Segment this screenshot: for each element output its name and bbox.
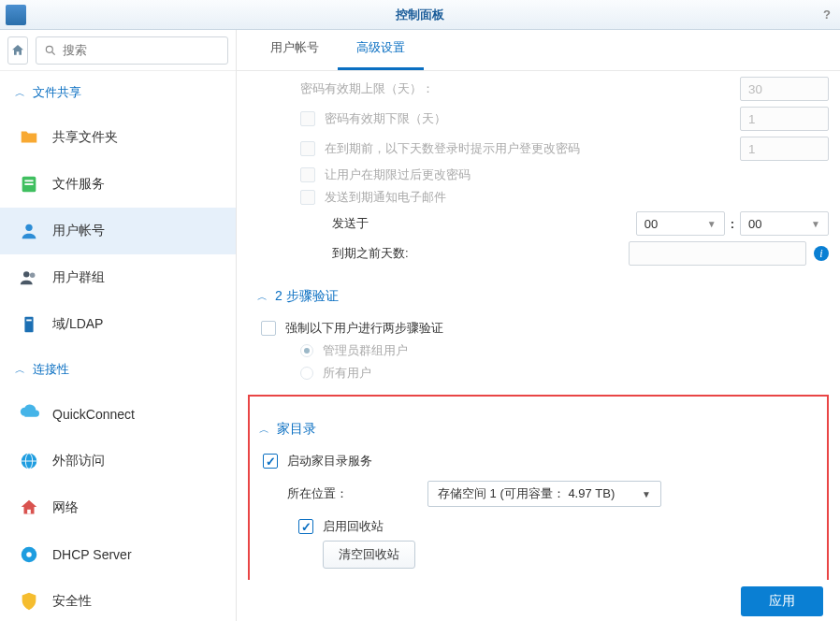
footer: 应用 xyxy=(237,580,840,621)
sidebar-group-file-sharing[interactable]: ︿ 文件共享 xyxy=(0,71,236,114)
tabs: 用户帐号 高级设置 xyxy=(237,30,840,71)
sidebar-item-security[interactable]: 安全性 xyxy=(0,578,236,621)
title-bar: 控制面板 ? xyxy=(0,0,840,30)
section-home-dir[interactable]: ︿ 家目录 xyxy=(250,404,827,447)
info-icon[interactable]: i xyxy=(814,246,829,261)
network-icon xyxy=(19,498,39,518)
sidebar: ︿ 文件共享 共享文件夹 文件服务 用户帐号 用户群组 域/LDAP xyxy=(0,30,237,621)
user-icon xyxy=(19,221,39,241)
search-input[interactable] xyxy=(63,43,220,57)
sidebar-group-connectivity[interactable]: ︿ 连接性 xyxy=(0,348,236,391)
svg-rect-8 xyxy=(24,317,33,333)
allow-change-after-label: 让用户在期限过后更改密码 xyxy=(325,166,471,183)
home-location-label: 所在位置： xyxy=(287,485,427,502)
send-at-label: 发送于 xyxy=(332,215,369,232)
app-icon xyxy=(6,5,26,25)
sidebar-item-quickconnect[interactable]: QuickConnect xyxy=(0,391,236,438)
sidebar-item-file-services[interactable]: 文件服务 xyxy=(0,161,236,208)
chevron-down-icon: ▼ xyxy=(707,219,717,229)
sidebar-item-external-access[interactable]: 外部访问 xyxy=(0,438,236,484)
days-before-input[interactable] xyxy=(629,241,806,266)
days-before-label: 到期之前天数: xyxy=(332,245,409,262)
quickconnect-icon xyxy=(19,404,39,425)
allow-change-after-checkbox[interactable] xyxy=(300,167,315,182)
password-prompt-input[interactable] xyxy=(740,137,829,161)
apply-button[interactable]: 应用 xyxy=(741,586,823,616)
enforce-2fa-checkbox[interactable] xyxy=(261,321,276,336)
svg-point-5 xyxy=(25,224,32,231)
enable-recycle-label: 启用回收站 xyxy=(323,518,384,535)
enforce-2fa-label: 强制以下用户进行两步骤验证 xyxy=(285,320,443,337)
password-min-age-checkbox[interactable] xyxy=(300,111,315,126)
2fa-all-label: 所有用户 xyxy=(323,365,371,382)
sidebar-item-user[interactable]: 用户帐号 xyxy=(0,208,236,254)
search-icon xyxy=(44,44,57,57)
enable-home-checkbox[interactable] xyxy=(263,454,278,469)
password-min-age-label: 密码有效期下限（天） xyxy=(325,110,446,127)
enable-home-label: 启动家目录服务 xyxy=(287,453,372,469)
svg-point-0 xyxy=(46,46,52,52)
users-icon xyxy=(19,267,39,288)
section-two-step[interactable]: ︿ 2 步骤验证 xyxy=(248,271,829,314)
password-max-age-input[interactable] xyxy=(740,77,829,101)
chevron-down-icon: ▼ xyxy=(811,219,820,229)
chevron-up-icon: ︿ xyxy=(15,86,25,100)
send-hour-select[interactable]: 00▼ xyxy=(636,211,725,236)
help-icon[interactable]: ? xyxy=(823,7,831,22)
sidebar-item-network[interactable]: 网络 xyxy=(0,484,236,531)
send-email-label: 发送到期通知电子邮件 xyxy=(325,189,446,206)
ldap-icon xyxy=(19,314,39,335)
sidebar-item-dhcp[interactable]: DHCP Server xyxy=(0,531,236,578)
2fa-all-radio[interactable] xyxy=(300,367,313,380)
home-button[interactable] xyxy=(7,36,28,65)
svg-point-6 xyxy=(23,271,29,277)
home-icon xyxy=(10,43,25,58)
empty-recycle-button[interactable]: 清空回收站 xyxy=(323,541,415,569)
svg-point-7 xyxy=(30,273,35,279)
tab-user-account[interactable]: 用户帐号 xyxy=(252,28,338,70)
sidebar-item-shared-folder[interactable]: 共享文件夹 xyxy=(0,114,236,161)
2fa-admin-label: 管理员群组用户 xyxy=(323,342,408,359)
shield-icon xyxy=(19,591,39,612)
password-max-age-label: 密码有效期上限（天）： xyxy=(300,80,434,97)
tab-advanced[interactable]: 高级设置 xyxy=(338,28,424,70)
chevron-down-icon: ▼ xyxy=(642,489,651,499)
dhcp-icon xyxy=(19,544,39,565)
sidebar-item-ldap[interactable]: 域/LDAP xyxy=(0,301,236,348)
home-directory-highlight: ︿ 家目录 启动家目录服务 所在位置： 存储空间 1 (可用容量： 4.97 T… xyxy=(248,395,829,593)
svg-point-15 xyxy=(26,552,32,557)
svg-rect-13 xyxy=(27,510,31,514)
window-title: 控制面板 xyxy=(396,7,444,23)
svg-rect-4 xyxy=(24,183,33,185)
chevron-up-icon: ︿ xyxy=(15,363,25,377)
password-min-age-input[interactable] xyxy=(740,107,829,131)
folder-share-icon xyxy=(19,127,39,148)
2fa-admin-radio[interactable] xyxy=(300,344,313,357)
send-email-checkbox[interactable] xyxy=(300,190,315,205)
send-minute-select[interactable]: 00▼ xyxy=(740,211,829,236)
svg-rect-3 xyxy=(24,180,33,181)
password-prompt-checkbox[interactable] xyxy=(300,141,315,156)
file-service-icon xyxy=(19,174,39,195)
chevron-up-icon: ︿ xyxy=(257,290,268,304)
enable-recycle-checkbox[interactable] xyxy=(298,519,313,534)
password-prompt-label: 在到期前，以下天数登录时提示用户登更改密码 xyxy=(325,140,580,157)
sidebar-item-group[interactable]: 用户群组 xyxy=(0,254,236,301)
chevron-up-icon: ︿ xyxy=(259,423,269,437)
globe-icon xyxy=(19,451,39,471)
search-box[interactable] xyxy=(36,36,228,65)
svg-line-1 xyxy=(52,51,55,54)
home-location-select[interactable]: 存储空间 1 (可用容量： 4.97 TB) ▼ xyxy=(427,481,661,507)
svg-rect-9 xyxy=(26,320,32,322)
